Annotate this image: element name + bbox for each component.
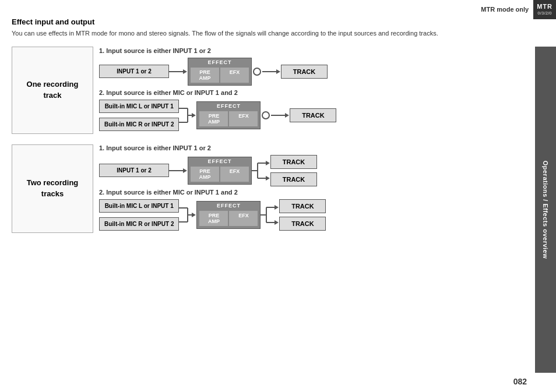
efx2: EFX (229, 111, 258, 126)
section-description: You can use effects in MTR mode for mono… (12, 29, 518, 38)
one-track-sub2-label: 2. Input source is either MIC or INPUT 1… (99, 89, 518, 96)
pre-amp2: PRE AMP (199, 111, 228, 126)
svg-marker-17 (266, 161, 270, 165)
one-track-input: INPUT 1 or 2 (99, 65, 169, 78)
one-track-label: One recording track (12, 73, 93, 106)
pre-amp3: PRE AMP (191, 167, 219, 182)
section-title: Effect input and output (12, 17, 518, 26)
circle-conn1 (253, 68, 261, 76)
page-number: 082 (513, 377, 527, 386)
svg-marker-10 (285, 113, 289, 118)
mtr-badge-line1: MTR (537, 2, 553, 10)
pre-amp: PRE AMP (191, 68, 219, 83)
one-track-sub1-label: 1. Input source is either INPUT 1 or 2 (99, 47, 518, 54)
circle-conn2 (262, 111, 270, 119)
two-tracks-track1a: TRACK (270, 155, 317, 169)
one-track-effect2: EFFECT PRE AMP EFX (196, 101, 261, 129)
one-track-diagrams: 1. Input source is either INPUT 1 or 2 I… (93, 47, 518, 134)
one-track-track2: TRACK (290, 108, 336, 122)
merge-svg1 (179, 101, 196, 130)
svg-marker-3 (276, 69, 280, 74)
mtr-badge: MTR 0/3/2/0 (533, 0, 556, 19)
arrow2 (262, 68, 281, 76)
two-tracks-sub1-label: 1. Input source is either INPUT 1 or 2 (99, 144, 518, 151)
two-tracks-track1b: TRACK (270, 172, 317, 186)
efx3: EFX (220, 167, 249, 182)
two-tracks-effect1: EFFECT PRE AMP EFX (188, 157, 252, 185)
mtr-badge-line2: 0/3/2/0 (537, 10, 553, 16)
one-track-sub1: 1. Input source is either INPUT 1 or 2 I… (99, 47, 518, 88)
main-content: Effect input and output You can use effe… (0, 0, 535, 392)
svg-marker-29 (275, 220, 279, 225)
split-svg1 (252, 156, 270, 185)
efx4: EFX (229, 211, 258, 226)
pre-amp4: PRE AMP (199, 211, 228, 226)
arrow3 (271, 111, 290, 119)
two-tracks-sub2-label: 2. Input source is either MIC or INPUT 1… (99, 189, 518, 196)
split-svg2 (261, 200, 279, 229)
svg-marker-1 (183, 69, 187, 74)
two-tracks-effect2: EFFECT PRE AMP EFX (196, 201, 261, 229)
one-track-inputs-col: Built-in MIC L or INPUT 1 Built-in MIC R… (99, 100, 179, 131)
two-tracks-track2b: TRACK (279, 217, 326, 231)
two-tracks-tracks2: TRACK TRACK (279, 199, 326, 231)
svg-marker-18 (266, 176, 270, 181)
one-track-label-box: One recording track (12, 47, 93, 134)
two-tracks-input-l: Built-in MIC L or INPUT 1 (99, 199, 179, 213)
svg-marker-12 (183, 168, 187, 173)
one-track-track1: TRACK (281, 65, 328, 79)
one-track-input-l: Built-in MIC L or INPUT 1 (99, 100, 179, 113)
one-track-sub1-flow: INPUT 1 or 2 EFFECT PRE AMP EFX (99, 58, 518, 86)
two-tracks-track2a: TRACK (279, 199, 326, 213)
merge-svg2 (179, 200, 196, 229)
two-tracks-sub2-flow: Built-in MIC L or INPUT 1 Built-in MIC R… (99, 199, 518, 231)
one-track-effect1: EFFECT PRE AMP EFX (188, 58, 252, 86)
one-track-sub2: 2. Input source is either MIC or INPUT 1… (99, 89, 518, 133)
two-tracks-inputs-col: Built-in MIC L or INPUT 1 Built-in MIC R… (99, 199, 179, 231)
two-tracks-tracks1: TRACK TRACK (270, 155, 317, 186)
svg-marker-8 (192, 113, 196, 118)
arrow1 (169, 68, 188, 76)
arrow4 (169, 167, 188, 175)
two-tracks-diagram: Two recording tracks 1. Input source is … (12, 144, 518, 233)
two-tracks-input: INPUT 1 or 2 (99, 164, 169, 177)
one-track-sub2-flow: Built-in MIC L or INPUT 1 Built-in MIC R… (99, 100, 518, 131)
one-track-input-r: Built-in MIC R or INPUT 2 (99, 118, 179, 131)
two-tracks-sub1-flow: INPUT 1 or 2 EFFECT PRE AMP EFX (99, 155, 518, 186)
two-tracks-sub2: 2. Input source is either MIC or INPUT 1… (99, 189, 518, 233)
two-tracks-sub1: 1. Input source is either INPUT 1 or 2 I… (99, 144, 518, 189)
right-side-label: Operations / Effects overview (535, 47, 556, 373)
one-track-diagram: One recording track 1. Input source is e… (12, 47, 518, 134)
svg-marker-23 (192, 213, 196, 217)
svg-marker-28 (275, 205, 279, 210)
efx: EFX (220, 68, 249, 83)
two-tracks-label: Two recording tracks (12, 172, 93, 204)
two-tracks-input-r: Built-in MIC R or INPUT 2 (99, 217, 179, 231)
two-tracks-label-box: Two recording tracks (12, 144, 93, 233)
two-tracks-diagrams: 1. Input source is either INPUT 1 or 2 I… (93, 144, 518, 233)
